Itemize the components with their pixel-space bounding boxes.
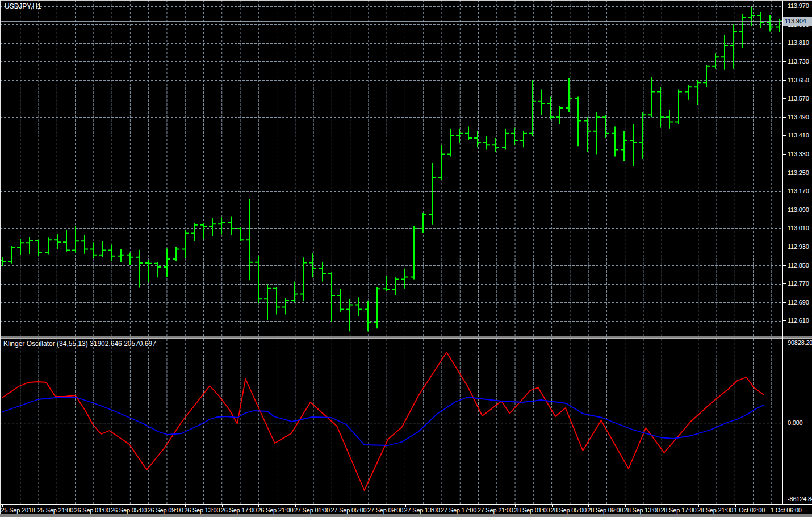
time-axis-label: 27 Sep 09:00	[367, 507, 403, 514]
price-axis-label: 113.010	[788, 224, 809, 231]
indicator-axis-zero-label: 0.000	[788, 419, 803, 426]
time-axis-label: 25 Sep 2018	[1, 507, 35, 514]
time-axis-label: 1 Oct 02:00	[734, 507, 765, 514]
time-axis-label: 28 Sep 21:00	[697, 507, 733, 514]
price-axis-label: 112.610	[788, 317, 809, 324]
klinger-main-line	[2, 352, 764, 490]
price-axis-label: 113.810	[788, 39, 809, 46]
price-axis[interactable]: 113.970113.890113.810113.730113.650113.5…	[783, 0, 812, 336]
price-axis-label: 112.930	[788, 243, 809, 250]
horizontal-gridlines	[0, 7, 782, 322]
price-chart-canvas[interactable]	[0, 0, 782, 336]
price-axis-label: 113.330	[788, 151, 809, 157]
window-bottom-strip	[0, 514, 812, 517]
indicator-axis-tick	[783, 343, 786, 343]
time-axis-label: 28 Sep 09:00	[587, 507, 623, 514]
price-axis-label: 113.730	[788, 58, 809, 65]
indicator-axis-min-label: -86124.849	[788, 495, 812, 502]
price-axis-tick	[783, 320, 786, 321]
time-axis-label: 28 Sep 17:00	[660, 507, 696, 514]
klinger-signal-line	[2, 397, 764, 445]
indicator-axis-tick	[783, 423, 786, 423]
price-axis-tick	[783, 247, 786, 247]
price-axis-tick	[783, 135, 786, 136]
price-axis-tick	[783, 6, 786, 6]
price-axis-label: 113.250	[788, 169, 809, 176]
time-axis-label: 25 Sep 21:00	[37, 507, 73, 514]
price-axis-label: 113.090	[788, 206, 809, 213]
ohlc-bars	[0, 7, 782, 331]
indicator-axis-max-label: 90828.201	[788, 339, 812, 346]
vertical-gridlines	[2, 339, 772, 504]
time-axis-label: 28 Sep 01:00	[514, 507, 550, 514]
price-axis-tick	[783, 283, 786, 284]
time-axis-label: 26 Sep 17:00	[221, 507, 257, 514]
price-axis-label: 113.970	[788, 2, 809, 9]
chart-window: USDJPY,H1 Klinger Oscillator (34,55,13) …	[0, 0, 812, 517]
time-axis-label: 27 Sep 05:00	[330, 507, 366, 514]
price-axis-label: 112.770	[788, 280, 809, 287]
time-axis-label: 27 Sep 17:00	[441, 507, 476, 514]
price-axis-label: 113.170	[788, 187, 809, 194]
time-axis-label: 27 Sep 13:00	[404, 507, 440, 514]
price-axis-label: 113.490	[788, 114, 809, 120]
indicator-canvas[interactable]	[0, 339, 782, 504]
window-top-border	[0, 0, 812, 1]
price-axis-tick	[783, 302, 786, 303]
indicator-axis[interactable]: 90828.2010.000-86124.849	[783, 339, 812, 504]
time-axis-label: 27 Sep 01:00	[294, 507, 330, 514]
time-axis-label: 26 Sep 05:00	[111, 507, 147, 514]
time-axis-label: 26 Sep 13:00	[184, 507, 220, 514]
time-axis-label: 28 Sep 05:00	[551, 507, 587, 514]
indicator-label: Klinger Oscillator (34,55,13) 31902.646 …	[3, 340, 156, 348]
price-axis-tick	[783, 43, 786, 43]
time-axis[interactable]: 25 Sep 201825 Sep 21:0026 Sep 01:0026 Se…	[0, 504, 812, 514]
panel-separator[interactable]	[0, 336, 812, 339]
price-axis-tick	[783, 228, 786, 228]
window-left-border	[0, 0, 1, 514]
time-axis-label: 26 Sep 09:00	[148, 507, 183, 514]
current-price-box: 113.904	[783, 17, 812, 26]
indicator-axis-tick	[783, 499, 786, 499]
price-axis-label: 113.570	[788, 95, 809, 102]
price-axis-tick	[783, 210, 786, 210]
price-axis-label: 113.410	[788, 132, 809, 139]
price-axis-tick	[783, 98, 786, 99]
time-axis-label: 1 Oct 06:00	[771, 507, 802, 514]
price-axis-tick	[783, 173, 786, 173]
time-axis-label: 26 Sep 21:00	[257, 507, 293, 514]
price-axis-tick	[783, 265, 786, 266]
time-axis-label: 26 Sep 01:00	[74, 507, 110, 514]
price-axis-tick	[783, 117, 786, 118]
price-axis-tick	[783, 154, 786, 155]
time-axis-label: 27 Sep 21:00	[478, 507, 513, 514]
price-axis-tick	[783, 61, 786, 62]
price-axis-label: 112.690	[788, 299, 809, 306]
symbol-period-label: USDJPY,H1	[5, 2, 41, 10]
price-axis-label: 112.850	[788, 262, 809, 269]
vertical-gridlines	[2, 0, 772, 336]
price-axis-tick	[783, 191, 786, 191]
price-axis-label: 113.650	[788, 77, 809, 84]
price-axis-tick	[783, 80, 786, 81]
time-axis-label: 28 Sep 13:00	[624, 507, 660, 514]
